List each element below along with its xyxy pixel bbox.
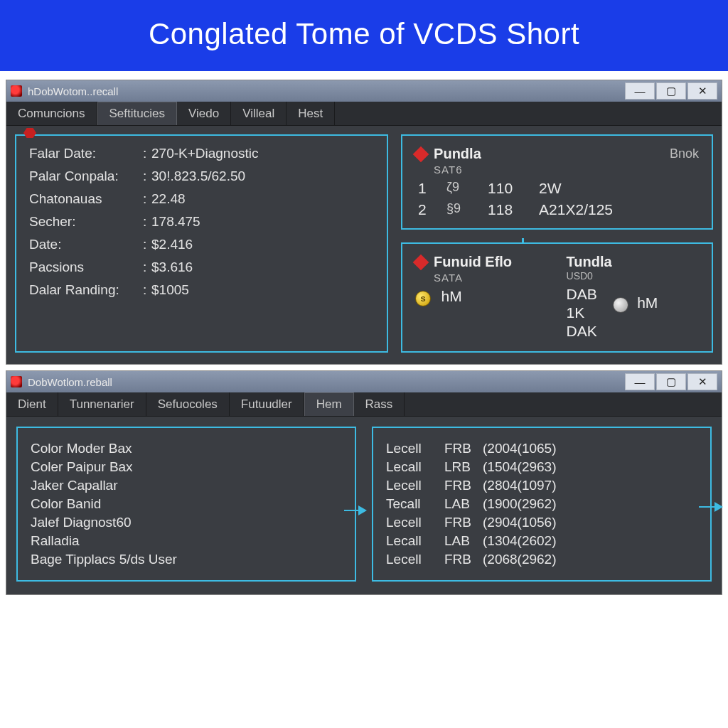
cell: 2 — [418, 201, 438, 218]
titlebar-2[interactable]: DobWotlom.reball — ▢ ✕ — [6, 371, 722, 392]
menu-item[interactable]: Rass — [354, 392, 405, 416]
menu-item[interactable]: Villeal — [231, 102, 287, 125]
window-title: hDobWotom..recall — [28, 85, 118, 97]
minimize-button[interactable]: — — [625, 82, 655, 100]
list-item[interactable]: Ralladia — [31, 533, 342, 549]
cell: (1304(2602) — [483, 533, 697, 549]
menu-item[interactable]: Tunnenarier — [58, 392, 146, 416]
list-item[interactable]: Color Moder Bax — [31, 441, 342, 456]
field-label: Secher: — [29, 214, 143, 230]
panel-title: Pundla — [434, 146, 481, 162]
app-icon — [11, 85, 22, 97]
field-value: $3.616 — [151, 259, 374, 275]
cell: Lecell — [386, 515, 439, 530]
cell: 110 — [488, 180, 530, 197]
cell: (2068(2962) — [483, 552, 697, 567]
list-item[interactable]: LecallLAB(1304(2602) — [386, 533, 697, 549]
medal-icon: s — [415, 291, 431, 306]
cell: Lecell — [386, 552, 439, 567]
panel-badge-icon — [23, 128, 36, 138]
list-item[interactable]: LecellFRB(2068(2962) — [386, 552, 697, 567]
menu-item[interactable]: Hem — [304, 392, 354, 416]
right-list-panel: LecellFRB(2004(1065)LecallLRB(1504(2963)… — [372, 427, 712, 582]
field-value: $1005 — [151, 282, 374, 298]
field-label: Falar Date: — [29, 146, 143, 161]
cell: FRB — [444, 478, 477, 493]
dial-icon — [613, 297, 628, 313]
maximize-button[interactable]: ▢ — [656, 82, 686, 100]
pundla-panel: Pundla Bnok SAT6 1ζ91102W2§9118A21X2/125 — [401, 134, 713, 230]
cell: LRB — [444, 459, 477, 475]
list-item[interactable]: Color Banid — [31, 496, 342, 512]
cell: LAB — [444, 496, 477, 512]
menu-item[interactable]: Viedo — [177, 102, 231, 125]
cell: 118 — [488, 201, 530, 218]
titlebar-1[interactable]: hDobWotom..recall — ▢ ✕ — [6, 80, 722, 102]
list-item[interactable]: LecellFRB(2904(1056) — [386, 515, 697, 530]
field-label: Pacsions — [29, 259, 143, 275]
maximize-button[interactable]: ▢ — [656, 373, 686, 390]
list-item[interactable]: TecallLAB(1900(2962) — [386, 496, 697, 512]
field-label: Palar Conpala: — [29, 168, 143, 184]
field-value: $2.416 — [151, 237, 374, 252]
panel-tag: SATA — [434, 272, 547, 284]
cell: (2804(1097) — [483, 478, 697, 493]
field-value: 30!.823.5/62.50 — [151, 168, 374, 184]
list-item[interactable]: Jalef Diagnost60 — [31, 515, 342, 530]
list-item[interactable]: LecellFRB(2804(1097) — [386, 478, 697, 493]
value-label: hM — [637, 294, 658, 311]
diamond-icon — [413, 254, 429, 270]
cell: Lecell — [386, 478, 439, 493]
cell: ζ9 — [446, 180, 479, 197]
cell: FRB — [444, 441, 477, 456]
separator: : — [143, 146, 151, 161]
list-item[interactable]: Jaker Capallar — [31, 478, 342, 493]
left-list-panel: Color Moder BaxColer Paipur BaxJaker Cap… — [16, 427, 356, 582]
panel-subtitle: Bnok — [670, 146, 699, 161]
funuid-panel: Funuid Eflo SATA s hM Tundla USD0 — [401, 242, 713, 353]
menubar-1: ComuncionsSeftituciesViedoVillealHest — [6, 102, 722, 126]
close-button[interactable]: ✕ — [687, 82, 717, 100]
separator: : — [143, 282, 151, 298]
cell: LAB — [444, 533, 477, 549]
list-item[interactable]: Coler Paipur Bax — [31, 459, 342, 475]
cell: Lecall — [386, 533, 439, 549]
field-label: Dalar Randing: — [29, 282, 143, 298]
list-item[interactable]: LecellFRB(2004(1065) — [386, 441, 697, 456]
info-panel: Falar Date::270-K+DiagnosticPalar Conpal… — [15, 134, 388, 353]
cell: Lecall — [386, 459, 439, 475]
list-item[interactable]: Bage Tipplacs 5/ds User — [31, 552, 342, 567]
close-button[interactable]: ✕ — [687, 373, 717, 390]
panel-tag: SAT6 — [434, 164, 699, 176]
value-label: DAK — [567, 323, 597, 340]
field-value: 270-K+Diagnostic — [151, 146, 374, 161]
menubar-2: DientTunnenarierSefuocolesFutuudlerHemRa… — [6, 392, 722, 417]
cell: 1 — [418, 180, 438, 197]
cell: FRB — [444, 552, 477, 567]
app-icon — [11, 376, 22, 387]
panel-title: Funuid Eflo — [434, 254, 512, 270]
field-label: Chatonauas — [29, 191, 143, 207]
cell: Lecell — [386, 441, 439, 456]
separator: : — [143, 191, 151, 207]
cell: FRB — [444, 515, 477, 530]
menu-item[interactable]: Futuudler — [230, 392, 304, 416]
menu-item[interactable]: Seftitucies — [97, 102, 177, 125]
cell: 2W — [539, 180, 699, 197]
panel-tag: USD0 — [567, 270, 699, 282]
menu-item[interactable]: Hest — [287, 102, 335, 125]
connector-arrow — [344, 505, 367, 515]
separator: : — [143, 237, 151, 252]
list-item[interactable]: LecallLRB(1504(2963) — [386, 459, 697, 475]
menu-item[interactable]: Sefuocoles — [146, 392, 230, 416]
window-title: DobWotlom.reball — [28, 376, 112, 388]
separator: : — [143, 168, 151, 184]
menu-item[interactable]: Dient — [6, 392, 58, 416]
field-value: 178.475 — [151, 214, 374, 230]
cell: (1900(2962) — [483, 496, 697, 512]
field-value: 22.48 — [151, 191, 374, 207]
separator: : — [143, 259, 151, 275]
cell: Tecall — [386, 496, 439, 512]
menu-item[interactable]: Comuncions — [6, 102, 97, 125]
minimize-button[interactable]: — — [625, 373, 655, 390]
